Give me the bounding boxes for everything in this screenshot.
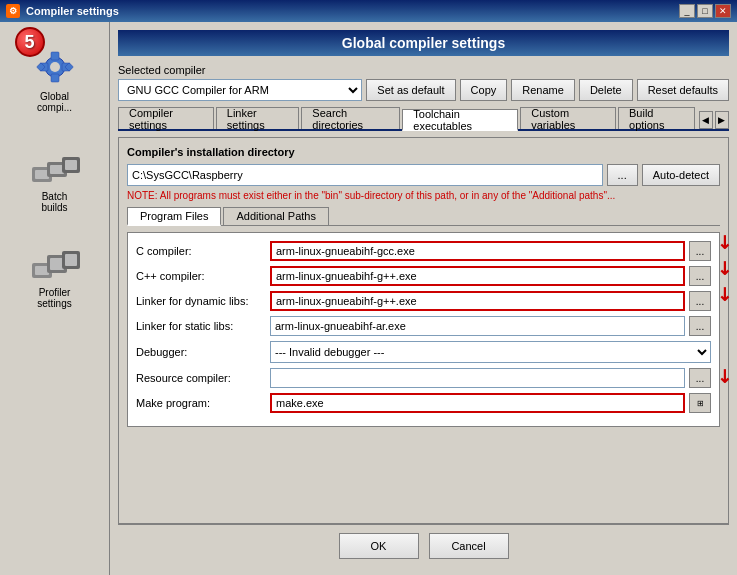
install-dir-browse-button[interactable]: ...: [607, 164, 638, 186]
red-arrows-container: ↗ ↗ ↗ ↗: [717, 234, 732, 386]
svg-rect-9: [35, 170, 49, 179]
cpp-compiler-label: C++ compiler:: [136, 270, 266, 282]
svg-rect-13: [65, 160, 77, 170]
make-program-row: Make program: ⊞: [136, 393, 711, 413]
close-button[interactable]: ✕: [715, 4, 731, 18]
installation-dir-title: Compiler's installation directory: [127, 146, 720, 158]
sidebar-item-profiler[interactable]: Profilersettings: [27, 233, 82, 309]
resource-compiler-input[interactable]: [270, 368, 685, 388]
tab-toolchain-executables[interactable]: Toolchain executables: [402, 109, 518, 131]
c-compiler-browse[interactable]: ...: [689, 241, 711, 261]
sidebar-label-batch: Batchbuilds: [27, 191, 82, 213]
make-program-input[interactable]: [270, 393, 685, 413]
c-compiler-row: C compiler: ...: [136, 241, 711, 261]
selected-compiler-section: Selected compiler GNU GCC Compiler for A…: [118, 64, 729, 107]
install-dir-row: ... Auto-detect: [127, 164, 720, 186]
svg-rect-15: [35, 266, 49, 275]
compiler-select[interactable]: GNU GCC Compiler for ARM: [118, 79, 362, 101]
reset-defaults-button[interactable]: Reset defaults: [637, 79, 729, 101]
red-arrow-2: ↗: [713, 257, 736, 280]
title-bar-text: Compiler settings: [26, 5, 119, 17]
c-compiler-input[interactable]: [270, 241, 685, 261]
debugger-label: Debugger:: [136, 346, 266, 358]
main-panel: Compiler's installation directory ... Au…: [118, 137, 729, 524]
linker-static-label: Linker for static libs:: [136, 320, 266, 332]
sidebar-item-global[interactable]: 5 Global compi...: [20, 32, 90, 97]
tab-nav-left[interactable]: ◀: [699, 111, 713, 129]
make-program-browse[interactable]: ⊞: [689, 393, 711, 413]
cpp-compiler-row: C++ compiler: ...: [136, 266, 711, 286]
note-text: NOTE: All programs must exist either in …: [127, 190, 720, 201]
sidebar-label-global: Global compi...: [20, 91, 90, 113]
set-default-button[interactable]: Set as default: [366, 79, 455, 101]
linker-dynamic-browse[interactable]: ...: [689, 291, 711, 311]
linker-static-input[interactable]: [270, 316, 685, 336]
batch-icon: [27, 137, 82, 187]
linker-dynamic-row: Linker for dynamic libs: ...: [136, 291, 711, 311]
sidebar-item-batch[interactable]: Batchbuilds: [27, 137, 82, 213]
c-compiler-label: C compiler:: [136, 245, 266, 257]
tab-linker-settings[interactable]: Linker settings: [216, 107, 300, 129]
svg-rect-19: [65, 254, 77, 266]
selected-compiler-label: Selected compiler: [118, 64, 729, 76]
linker-dynamic-label: Linker for dynamic libs:: [136, 295, 266, 307]
make-program-label: Make program:: [136, 397, 266, 409]
red-arrow-3: ↗: [713, 283, 736, 306]
sidebar: 5 Global compi...: [0, 22, 110, 575]
tab-search-directories[interactable]: Search directories: [301, 107, 400, 129]
title-bar: ⚙ Compiler settings _ □ ✕: [0, 0, 737, 22]
sidebar-label-profiler: Profilersettings: [27, 287, 82, 309]
rename-button[interactable]: Rename: [511, 79, 575, 101]
sub-tab-additional-paths[interactable]: Additional Paths: [223, 207, 329, 225]
copy-button[interactable]: Copy: [460, 79, 508, 101]
main-tabs: Compiler settings Linker settings Search…: [118, 107, 729, 131]
cpp-compiler-input[interactable]: [270, 266, 685, 286]
delete-button[interactable]: Delete: [579, 79, 633, 101]
profiler-icon: [27, 233, 82, 283]
svg-point-1: [50, 62, 60, 72]
ok-button[interactable]: OK: [339, 533, 419, 559]
sub-tab-program-files[interactable]: Program Files: [127, 207, 221, 226]
step-number-badge: 5: [15, 27, 45, 57]
svg-rect-3: [51, 74, 59, 82]
title-bar-controls: _ □ ✕: [679, 4, 731, 18]
tab-compiler-settings[interactable]: Compiler settings: [118, 107, 214, 129]
resource-compiler-browse[interactable]: ...: [689, 368, 711, 388]
main-window: 5 Global compi...: [0, 22, 737, 575]
linker-dynamic-input[interactable]: [270, 291, 685, 311]
auto-detect-button[interactable]: Auto-detect: [642, 164, 720, 186]
cpp-compiler-browse[interactable]: ...: [689, 266, 711, 286]
debugger-row: Debugger: --- Invalid debugger ---: [136, 341, 711, 363]
resource-compiler-label: Resource compiler:: [136, 372, 266, 384]
tab-build-options[interactable]: Build options: [618, 107, 695, 129]
debugger-select[interactable]: --- Invalid debugger ---: [270, 341, 711, 363]
cancel-button[interactable]: Cancel: [429, 533, 509, 559]
svg-rect-11: [50, 165, 64, 174]
form-area: C compiler: ... C++ compiler: ... Linker…: [127, 232, 720, 427]
dialog-title: Global compiler settings: [118, 30, 729, 56]
sub-tabs: Program Files Additional Paths: [127, 207, 720, 226]
linker-static-browse[interactable]: ...: [689, 316, 711, 336]
svg-rect-17: [50, 258, 64, 270]
tab-nav-right[interactable]: ▶: [715, 111, 729, 129]
red-arrow-4: ↗: [713, 365, 736, 388]
minimize-button[interactable]: _: [679, 4, 695, 18]
title-bar-left: ⚙ Compiler settings: [6, 4, 119, 18]
content-area: Global compiler settings Selected compil…: [110, 22, 737, 575]
linker-static-row: Linker for static libs: ...: [136, 316, 711, 336]
program-files-area: C compiler: ... C++ compiler: ... Linker…: [127, 232, 720, 427]
bottom-buttons: OK Cancel: [118, 524, 729, 567]
install-dir-input[interactable]: [127, 164, 603, 186]
resource-compiler-row: Resource compiler: ...: [136, 368, 711, 388]
tab-custom-variables[interactable]: Custom variables: [520, 107, 616, 129]
compiler-row: GNU GCC Compiler for ARM Set as default …: [118, 79, 729, 101]
svg-rect-2: [51, 52, 59, 60]
red-arrow-1: ↗: [713, 231, 736, 254]
app-icon: ⚙: [6, 4, 20, 18]
maximize-button[interactable]: □: [697, 4, 713, 18]
